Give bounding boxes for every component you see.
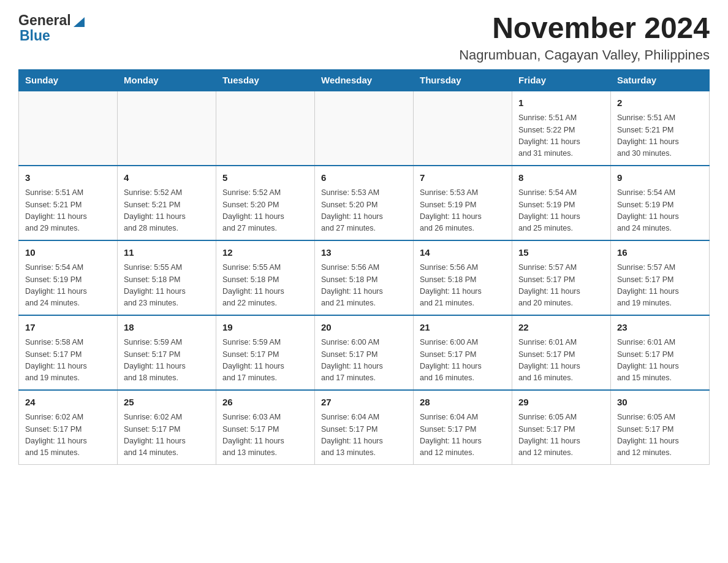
day-info: Sunrise: 5:55 AMSunset: 5:18 PMDaylight:… [124, 262, 210, 310]
day-number: 1 [518, 96, 604, 110]
calendar-cell: 8Sunrise: 5:54 AMSunset: 5:19 PMDaylight… [512, 166, 611, 240]
weekday-header-saturday: Saturday [611, 69, 710, 91]
day-number: 4 [124, 171, 210, 185]
calendar-cell: 11Sunrise: 5:55 AMSunset: 5:18 PMDayligh… [118, 240, 216, 315]
day-info: Sunrise: 6:05 AMSunset: 5:17 PMDaylight:… [617, 412, 703, 459]
day-info: Sunrise: 6:04 AMSunset: 5:17 PMDaylight:… [321, 412, 407, 459]
calendar-cell: 26Sunrise: 6:03 AMSunset: 5:17 PMDayligh… [216, 390, 315, 465]
calendar-cell: 27Sunrise: 6:04 AMSunset: 5:17 PMDayligh… [315, 390, 414, 465]
day-number: 22 [518, 321, 604, 335]
day-number: 21 [420, 321, 506, 335]
calendar-cell: 22Sunrise: 6:01 AMSunset: 5:17 PMDayligh… [512, 315, 611, 390]
day-number: 23 [617, 321, 703, 335]
svg-marker-0 [74, 17, 85, 27]
calendar-cell: 20Sunrise: 6:00 AMSunset: 5:17 PMDayligh… [315, 315, 414, 390]
calendar-week-row: 1Sunrise: 5:51 AMSunset: 5:22 PMDaylight… [19, 91, 710, 166]
calendar-cell: 30Sunrise: 6:05 AMSunset: 5:17 PMDayligh… [611, 390, 710, 465]
day-info: Sunrise: 5:52 AMSunset: 5:20 PMDaylight:… [222, 187, 308, 235]
weekday-header-row: SundayMondayTuesdayWednesdayThursdayFrid… [19, 69, 710, 91]
calendar-week-row: 17Sunrise: 5:58 AMSunset: 5:17 PMDayligh… [19, 315, 710, 390]
day-number: 19 [222, 321, 308, 335]
weekday-header-monday: Monday [118, 69, 216, 91]
page-header: General Blue November 2024 Nagrumbuan, C… [18, 12, 710, 63]
calendar-cell: 13Sunrise: 5:56 AMSunset: 5:18 PMDayligh… [315, 240, 414, 315]
day-info: Sunrise: 5:58 AMSunset: 5:17 PMDaylight:… [25, 337, 111, 385]
day-number: 3 [25, 171, 111, 185]
day-number: 26 [222, 396, 308, 410]
weekday-header-tuesday: Tuesday [216, 69, 315, 91]
day-info: Sunrise: 5:55 AMSunset: 5:18 PMDaylight:… [222, 262, 308, 310]
weekday-header-wednesday: Wednesday [315, 69, 414, 91]
day-number: 18 [124, 321, 210, 335]
day-number: 30 [617, 396, 703, 410]
day-info: Sunrise: 5:57 AMSunset: 5:17 PMDaylight:… [518, 262, 604, 310]
day-number: 15 [518, 246, 604, 260]
logo-general-text: General [18, 12, 71, 29]
day-number: 28 [420, 396, 506, 410]
day-info: Sunrise: 6:03 AMSunset: 5:17 PMDaylight:… [222, 412, 308, 459]
day-info: Sunrise: 5:54 AMSunset: 5:19 PMDaylight:… [617, 187, 703, 235]
calendar-cell: 10Sunrise: 5:54 AMSunset: 5:19 PMDayligh… [19, 240, 118, 315]
day-info: Sunrise: 5:59 AMSunset: 5:17 PMDaylight:… [222, 337, 308, 385]
calendar-cell: 24Sunrise: 6:02 AMSunset: 5:17 PMDayligh… [19, 390, 118, 465]
day-info: Sunrise: 5:59 AMSunset: 5:17 PMDaylight:… [124, 337, 210, 385]
calendar-cell: 16Sunrise: 5:57 AMSunset: 5:17 PMDayligh… [611, 240, 710, 315]
calendar-cell: 2Sunrise: 5:51 AMSunset: 5:21 PMDaylight… [611, 91, 710, 166]
day-number: 13 [321, 246, 407, 260]
day-number: 17 [25, 321, 111, 335]
day-number: 12 [222, 246, 308, 260]
calendar-cell: 9Sunrise: 5:54 AMSunset: 5:19 PMDaylight… [611, 166, 710, 240]
day-info: Sunrise: 5:51 AMSunset: 5:21 PMDaylight:… [617, 112, 703, 160]
day-info: Sunrise: 6:05 AMSunset: 5:17 PMDaylight:… [518, 412, 604, 459]
day-info: Sunrise: 5:53 AMSunset: 5:20 PMDaylight:… [321, 187, 407, 235]
day-number: 16 [617, 246, 703, 260]
day-number: 24 [25, 396, 111, 410]
calendar-cell [19, 91, 118, 166]
calendar-cell: 28Sunrise: 6:04 AMSunset: 5:17 PMDayligh… [414, 390, 512, 465]
calendar-cell: 14Sunrise: 5:56 AMSunset: 5:18 PMDayligh… [414, 240, 512, 315]
day-info: Sunrise: 6:01 AMSunset: 5:17 PMDaylight:… [617, 337, 703, 385]
month-title: November 2024 [459, 12, 710, 45]
calendar-cell: 23Sunrise: 6:01 AMSunset: 5:17 PMDayligh… [611, 315, 710, 390]
calendar-cell [414, 91, 512, 166]
weekday-header-sunday: Sunday [19, 69, 118, 91]
day-info: Sunrise: 6:02 AMSunset: 5:17 PMDaylight:… [124, 412, 210, 459]
day-info: Sunrise: 6:00 AMSunset: 5:17 PMDaylight:… [321, 337, 407, 385]
day-number: 6 [321, 171, 407, 185]
logo-triangle-icon [72, 15, 86, 28]
day-info: Sunrise: 5:56 AMSunset: 5:18 PMDaylight:… [420, 262, 506, 310]
calendar-week-row: 10Sunrise: 5:54 AMSunset: 5:19 PMDayligh… [19, 240, 710, 315]
calendar-cell: 6Sunrise: 5:53 AMSunset: 5:20 PMDaylight… [315, 166, 414, 240]
day-number: 9 [617, 171, 703, 185]
day-number: 8 [518, 171, 604, 185]
day-info: Sunrise: 5:53 AMSunset: 5:19 PMDaylight:… [420, 187, 506, 235]
day-info: Sunrise: 6:02 AMSunset: 5:17 PMDaylight:… [25, 412, 111, 459]
day-number: 14 [420, 246, 506, 260]
calendar-cell [216, 91, 315, 166]
calendar-week-row: 24Sunrise: 6:02 AMSunset: 5:17 PMDayligh… [19, 390, 710, 465]
calendar-cell: 12Sunrise: 5:55 AMSunset: 5:18 PMDayligh… [216, 240, 315, 315]
day-info: Sunrise: 6:04 AMSunset: 5:17 PMDaylight:… [420, 412, 506, 459]
calendar-cell: 19Sunrise: 5:59 AMSunset: 5:17 PMDayligh… [216, 315, 315, 390]
calendar-cell: 3Sunrise: 5:51 AMSunset: 5:21 PMDaylight… [19, 166, 118, 240]
day-info: Sunrise: 5:51 AMSunset: 5:22 PMDaylight:… [518, 112, 604, 160]
logo: General Blue [18, 12, 86, 44]
weekday-header-friday: Friday [512, 69, 611, 91]
day-info: Sunrise: 5:51 AMSunset: 5:21 PMDaylight:… [25, 187, 111, 235]
day-number: 29 [518, 396, 604, 410]
day-info: Sunrise: 5:52 AMSunset: 5:21 PMDaylight:… [124, 187, 210, 235]
calendar-cell: 25Sunrise: 6:02 AMSunset: 5:17 PMDayligh… [118, 390, 216, 465]
day-info: Sunrise: 5:54 AMSunset: 5:19 PMDaylight:… [518, 187, 604, 235]
location-subtitle: Nagrumbuan, Cagayan Valley, Philippines [459, 47, 710, 63]
day-info: Sunrise: 5:57 AMSunset: 5:17 PMDaylight:… [617, 262, 703, 310]
day-number: 25 [124, 396, 210, 410]
calendar-cell: 1Sunrise: 5:51 AMSunset: 5:22 PMDaylight… [512, 91, 611, 166]
day-number: 2 [617, 96, 703, 110]
day-number: 5 [222, 171, 308, 185]
calendar-cell: 21Sunrise: 6:00 AMSunset: 5:17 PMDayligh… [414, 315, 512, 390]
calendar-week-row: 3Sunrise: 5:51 AMSunset: 5:21 PMDaylight… [19, 166, 710, 240]
day-info: Sunrise: 6:00 AMSunset: 5:17 PMDaylight:… [420, 337, 506, 385]
day-info: Sunrise: 5:54 AMSunset: 5:19 PMDaylight:… [25, 262, 111, 310]
calendar-cell: 15Sunrise: 5:57 AMSunset: 5:17 PMDayligh… [512, 240, 611, 315]
calendar-cell: 29Sunrise: 6:05 AMSunset: 5:17 PMDayligh… [512, 390, 611, 465]
